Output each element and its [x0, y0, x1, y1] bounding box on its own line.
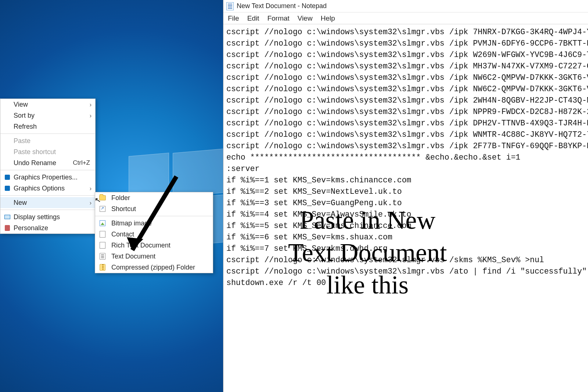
chevron-right-icon: › — [90, 101, 92, 108]
submenu-label: Contact — [111, 231, 134, 238]
menu-label: Refresh — [14, 123, 37, 131]
menu-separator — [0, 210, 95, 210]
menu-format[interactable]: Format — [267, 14, 289, 22]
menu-edit[interactable]: Edit — [247, 14, 259, 22]
menu-paste: Paste — [0, 135, 95, 146]
menu-undo-rename[interactable]: Undo Rename Ctrl+Z — [0, 157, 95, 168]
display-icon — [4, 214, 11, 220]
submenu-label: Shortcut — [111, 205, 136, 213]
menu-display-settings[interactable]: Display settings — [0, 211, 95, 222]
notepad-menubar: File Edit Format View Help — [223, 13, 588, 24]
notepad-window: New Text Document - Notepad File Edit Fo… — [223, 0, 588, 392]
menu-file[interactable]: File — [228, 14, 239, 22]
chevron-right-icon: › — [90, 113, 92, 119]
menu-personalize[interactable]: Personalize — [0, 222, 95, 234]
notepad-editor[interactable]: cscript //nologo c:\windows\system32\slm… — [223, 24, 588, 392]
menu-shortcut: Ctrl+Z — [73, 159, 90, 167]
menu-label: Personalize — [14, 224, 48, 232]
menu-label: Paste — [14, 137, 31, 145]
menu-new[interactable]: New › — [0, 197, 95, 208]
notepad-titlebar[interactable]: New Text Document - Notepad — [223, 0, 588, 13]
notepad-icon — [226, 2, 234, 10]
submenu-label: Rich Text Document — [111, 242, 171, 249]
menu-graphics-properties[interactable]: Graphics Properties... — [0, 172, 95, 183]
text-doc-icon — [99, 253, 106, 260]
menu-separator — [0, 170, 95, 170]
menu-label: Paste shortcut — [14, 148, 56, 156]
menu-separator — [0, 133, 95, 134]
submenu-rtf[interactable]: Rich Text Document — [95, 240, 213, 251]
intel-icon — [4, 174, 11, 181]
menu-separator — [0, 195, 95, 196]
submenu-label: Folder — [111, 194, 130, 202]
chevron-right-icon: › — [90, 200, 92, 206]
submenu-folder[interactable]: Folder — [95, 192, 213, 203]
submenu-shortcut[interactable]: Shortcut — [95, 203, 213, 214]
shortcut-icon — [99, 205, 106, 213]
bitmap-icon — [99, 220, 106, 227]
menu-label: Graphics Options — [14, 185, 65, 192]
menu-view[interactable]: View › — [0, 99, 95, 110]
windows-desktop: View › Sort by › Refresh Paste Paste sho… — [0, 0, 223, 392]
menu-label: View — [14, 101, 28, 108]
menu-label: Undo Rename — [14, 159, 56, 167]
menu-label: Sort by — [14, 112, 35, 120]
menu-view[interactable]: View — [298, 14, 313, 22]
menu-separator — [95, 216, 213, 216]
submenu-contact[interactable]: Contact — [95, 229, 213, 240]
submenu-label: Bitmap image — [111, 220, 152, 227]
personalize-icon — [4, 225, 11, 231]
submenu-zip-folder[interactable]: Compressed (zipped) Folder — [95, 262, 213, 273]
menu-sort-by[interactable]: Sort by › — [0, 110, 95, 121]
chevron-right-icon: › — [90, 185, 92, 192]
menu-graphics-options[interactable]: Graphics Options › — [0, 183, 95, 194]
rtf-icon — [99, 242, 106, 249]
zip-icon — [99, 264, 106, 271]
menu-label: Graphics Properties... — [14, 174, 78, 181]
menu-label: Display settings — [14, 213, 60, 221]
submenu-label: Compressed (zipped) Folder — [111, 264, 195, 271]
submenu-label: Text Document — [111, 253, 155, 260]
menu-help[interactable]: Help — [320, 14, 335, 22]
desktop-context-menu: View › Sort by › Refresh Paste Paste sho… — [0, 99, 96, 234]
menu-refresh[interactable]: Refresh — [0, 121, 95, 132]
contact-icon — [99, 231, 106, 238]
window-title: New Text Document - Notepad — [237, 2, 327, 10]
submenu-text-document[interactable]: Text Document — [95, 251, 213, 262]
menu-label: New — [14, 199, 27, 207]
new-submenu: Folder Shortcut Bitmap image Contact Ric… — [95, 192, 213, 273]
submenu-bitmap[interactable]: Bitmap image — [95, 218, 213, 229]
intel-icon — [4, 185, 11, 192]
menu-paste-shortcut: Paste shortcut — [0, 146, 95, 157]
